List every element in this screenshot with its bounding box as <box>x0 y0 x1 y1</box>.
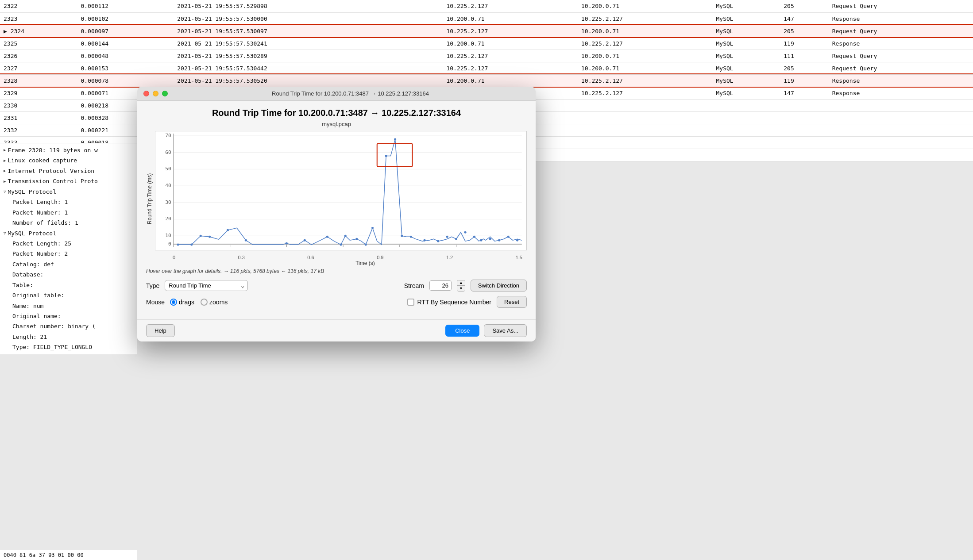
svg-point-30 <box>286 242 288 245</box>
detail-item: Type: FIELD_TYPE_LONGLO <box>0 342 137 352</box>
svg-point-37 <box>371 227 374 229</box>
detail-item: Number of fields: 1 <box>0 218 137 228</box>
svg-point-51 <box>507 236 510 238</box>
svg-point-45 <box>455 238 457 240</box>
svg-point-52 <box>516 239 518 242</box>
table-row[interactable]: 23250.0001442021-05-21 19:55:57.53024110… <box>0 37 973 50</box>
hover-info: Hover over the graph for details. → 116 … <box>146 268 527 274</box>
svg-point-28 <box>227 229 229 231</box>
svg-point-46 <box>464 231 466 234</box>
x-tick-06: 0.6 <box>307 255 314 260</box>
detail-item: Length: 21 <box>0 332 137 342</box>
rtt-sequence-box[interactable] <box>407 299 414 306</box>
detail-panel: ▶Frame 2328: 119 bytes on w▶Linux cooked… <box>0 143 137 354</box>
detail-item[interactable]: ▶Linux cooked capture <box>0 155 137 165</box>
svg-point-36 <box>365 244 367 246</box>
stream-down[interactable]: ▼ <box>457 286 465 291</box>
radio-zooms[interactable]: zooms <box>201 299 228 306</box>
table-row[interactable]: 23220.0001122021-05-21 19:55:57.52989810… <box>0 0 973 12</box>
rtt-dialog: Round Trip Time for 10.200.0.71:3487 → 1… <box>137 87 536 341</box>
detail-item: Packet Number: 1 <box>0 207 137 218</box>
rtt-chart[interactable]: 70 60 50 40 30 20 10 0 <box>155 131 527 250</box>
detail-item[interactable]: ▽MySQL Protocol <box>0 228 137 238</box>
detail-item: Catalog: def <box>0 259 137 269</box>
detail-item: Packet Length: 25 <box>0 238 137 249</box>
controls-row-1: Type Round Trip Time Throughput Time/Seq… <box>146 280 527 292</box>
svg-text:50: 50 <box>165 166 171 172</box>
detail-item[interactable]: ▶Transmission Control Proto <box>0 176 137 186</box>
type-select-wrapper[interactable]: Round Trip Time Throughput Time/Sequence… <box>165 280 248 291</box>
modal-body: Round Trip Time for 10.200.0.71:3487 → 1… <box>137 101 536 319</box>
y-axis-label: Round Trip Time (ms) <box>147 139 153 258</box>
x-tick-12: 1.2 <box>446 255 453 260</box>
radio-drags-circle[interactable] <box>170 299 177 306</box>
stream-up[interactable]: ▲ <box>457 280 465 286</box>
modal-title: Round Trip Time for 10.200.0.71:3487 → 1… <box>171 90 529 97</box>
modal-titlebar: Round Trip Time for 10.200.0.71:3487 → 1… <box>137 87 536 101</box>
mouse-radio-group: drags zooms <box>170 299 228 306</box>
table-row[interactable]: 23270.0001532021-05-21 19:55:57.53044210… <box>0 62 973 74</box>
stream-stepper[interactable]: ▲ ▼ <box>457 280 465 292</box>
svg-point-34 <box>344 235 347 237</box>
rtt-sequence-label: RTT By Sequence Number <box>417 299 491 306</box>
x-tick-15: 1.5 <box>516 255 522 260</box>
stream-input[interactable] <box>429 280 452 291</box>
svg-text:10: 10 <box>165 233 171 238</box>
save-as-button[interactable]: Save As... <box>484 324 527 337</box>
controls-row-2: Mouse drags zooms RTT By Sequence Number… <box>146 296 527 308</box>
svg-point-35 <box>355 238 358 240</box>
rtt-sequence-checkbox[interactable]: RTT By Sequence Number <box>407 299 491 306</box>
maximize-traffic-light[interactable] <box>162 91 168 96</box>
radio-drags-label: drags <box>179 299 194 306</box>
radio-drags[interactable]: drags <box>170 299 194 306</box>
detail-item: Charset number: binary ( <box>0 321 137 331</box>
table-row[interactable]: 23230.0001022021-05-21 19:55:57.53000010… <box>0 12 973 25</box>
detail-item[interactable]: ▶Frame 2328: 119 bytes on w <box>0 145 137 155</box>
svg-point-42 <box>424 239 426 242</box>
svg-text:30: 30 <box>165 199 171 205</box>
svg-text:60: 60 <box>165 150 171 155</box>
svg-point-26 <box>200 235 202 237</box>
x-tick-0: 0 <box>173 255 175 260</box>
svg-point-41 <box>410 236 412 238</box>
switch-direction-button[interactable]: Switch Direction <box>471 280 527 292</box>
svg-point-24 <box>177 244 179 246</box>
svg-point-43 <box>437 240 439 242</box>
detail-item: Original name: <box>0 311 137 321</box>
svg-point-27 <box>208 236 211 238</box>
svg-point-50 <box>498 239 500 242</box>
detail-item[interactable]: ▽MySQL Protocol <box>0 187 137 197</box>
svg-point-33 <box>340 244 342 246</box>
detail-item[interactable]: ▶Internet Protocol Version <box>0 166 137 176</box>
chart-title: Round Trip Time for 10.200.0.71:3487 → 1… <box>146 108 527 118</box>
x-axis-label: Time (s) <box>186 260 527 266</box>
svg-text:0: 0 <box>168 241 171 247</box>
hex-panel: 0040 81 6a 37 93 01 00 00 <box>0 550 137 560</box>
chart-subtitle: mysql.pcap <box>146 121 527 127</box>
table-row[interactable]: 23260.0000482021-05-21 19:55:57.53028910… <box>0 50 973 62</box>
svg-point-48 <box>480 239 482 242</box>
svg-point-31 <box>304 239 306 242</box>
help-button[interactable]: Help <box>146 324 175 337</box>
minimize-traffic-light[interactable] <box>153 91 158 96</box>
svg-point-40 <box>401 235 403 237</box>
table-row[interactable]: ▶ 23240.0000972021-05-21 19:55:57.530097… <box>0 25 973 37</box>
close-traffic-light[interactable] <box>143 91 149 96</box>
type-select[interactable]: Round Trip Time Throughput Time/Sequence… <box>165 280 248 291</box>
detail-item: Database: <box>0 269 137 280</box>
radio-zooms-circle[interactable] <box>201 299 208 306</box>
detail-item: Packet Length: 1 <box>0 197 137 207</box>
svg-point-44 <box>446 236 448 238</box>
modal-footer: Help Close Save As... <box>137 319 536 341</box>
svg-point-29 <box>245 239 247 242</box>
svg-point-39 <box>394 138 396 140</box>
detail-item: Packet Number: 2 <box>0 249 137 259</box>
reset-button[interactable]: Reset <box>497 296 527 308</box>
stream-label: Stream <box>404 282 424 289</box>
table-row[interactable]: 23280.0000782021-05-21 19:55:57.53052010… <box>0 74 973 87</box>
close-modal-button[interactable]: Close <box>445 325 479 337</box>
x-tick-09: 0.9 <box>377 255 383 260</box>
hex-content: 0040 81 6a 37 93 01 00 00 <box>4 552 84 558</box>
svg-point-25 <box>190 244 193 246</box>
x-tick-03: 0.3 <box>238 255 245 260</box>
